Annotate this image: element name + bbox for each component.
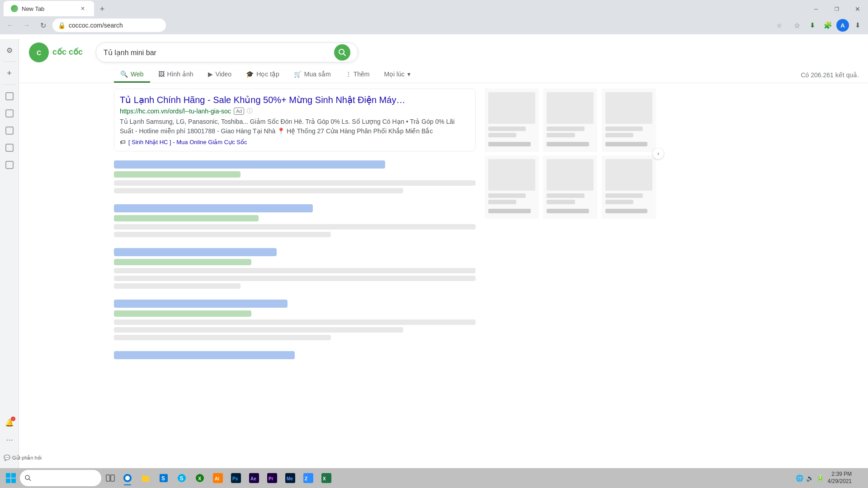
- ad-result: Tủ Lạnh Chính Hãng - Sale Khủng 50%+ Mừn…: [114, 89, 476, 151]
- download-arrow-button[interactable]: ⬇: [851, 19, 864, 32]
- taskbar-me-app[interactable]: Me: [282, 470, 298, 486]
- search-header: C cốc cốc: [19, 34, 868, 63]
- tab-hoctap[interactable]: 🎓 Học tập: [240, 67, 286, 83]
- new-tab-button[interactable]: +: [96, 3, 108, 15]
- bookmark-star-button[interactable]: ☆: [790, 19, 804, 32]
- taskview-button[interactable]: [103, 471, 118, 485]
- taskbar-ps-app[interactable]: Ps: [228, 470, 244, 486]
- taskbar-pr-app[interactable]: Pr: [264, 470, 280, 486]
- sidebar: ⚙ +: [0, 39, 19, 468]
- sidebar-add-item[interactable]: +: [2, 66, 17, 81]
- search-input[interactable]: [104, 48, 334, 56]
- taskbar-excel-app[interactable]: X: [318, 470, 335, 486]
- right-card-1[interactable]: [485, 89, 539, 152]
- minimize-button[interactable]: ─: [806, 2, 826, 16]
- tab-close-button[interactable]: ✕: [79, 5, 87, 13]
- network-icon[interactable]: 🌐: [796, 474, 803, 482]
- close-window-button[interactable]: ✕: [847, 2, 868, 16]
- download-button[interactable]: ⬇: [806, 19, 819, 32]
- right-card-img-2: [547, 92, 594, 124]
- right-panel-wrapper: ›: [485, 89, 656, 219]
- taskbar-ae-app[interactable]: Ae: [246, 470, 262, 486]
- right-card-img-6: [605, 159, 652, 191]
- skeleton-result-3: [114, 248, 476, 289]
- more-options-button[interactable]: ⋯: [2, 432, 17, 447]
- browser-actions: ☆ ⬇ 🧩 A ⬇: [790, 19, 864, 32]
- ad-info-icon[interactable]: ⓘ: [247, 107, 253, 115]
- volume-icon[interactable]: 🔊: [806, 474, 814, 482]
- sidebar-item-3[interactable]: [2, 123, 17, 138]
- reload-button[interactable]: ↻: [36, 19, 50, 32]
- tab-them[interactable]: ⋮ Thêm: [339, 67, 376, 83]
- svg-rect-12: [6, 479, 10, 483]
- taskbar-xbox-app[interactable]: X: [192, 470, 208, 486]
- right-card-3[interactable]: [602, 89, 656, 152]
- skeleton-title-5: [114, 351, 295, 359]
- tab-web[interactable]: 🔍 Web: [114, 67, 150, 83]
- ad-title-link[interactable]: Tủ Lạnh Chính Hãng - Sale Khủng 50%+ Mừn…: [120, 94, 470, 105]
- tab-web-label: Web: [131, 70, 144, 78]
- sidebar-settings-item[interactable]: ⚙: [2, 42, 17, 58]
- tab-images[interactable]: 🖼 Hình ảnh: [152, 67, 200, 83]
- extensions-button[interactable]: 🧩: [821, 19, 835, 32]
- taskbar-zoom-app[interactable]: Z: [300, 470, 316, 486]
- ad-link-1[interactable]: [ Sinh Nhật HC ] - Mua Online Giảm Cực S…: [128, 139, 247, 145]
- taskbar-store-app[interactable]: S: [156, 470, 172, 486]
- svg-line-9: [344, 54, 346, 56]
- back-button[interactable]: ←: [4, 19, 17, 32]
- svg-text:S: S: [180, 475, 184, 482]
- search-submit-button[interactable]: [334, 44, 350, 61]
- forward-button[interactable]: →: [20, 19, 33, 32]
- tab-muasam[interactable]: 🛒 Mua sắm: [288, 67, 337, 83]
- browser-tab-active[interactable]: New Tab ✕: [4, 1, 94, 16]
- svg-rect-16: [106, 475, 110, 481]
- taskbar-files-app[interactable]: [137, 470, 154, 486]
- system-icons: 🌐 🔊 🔋: [796, 474, 824, 482]
- right-results-wrapper: ›: [485, 89, 656, 370]
- taskbar-skype-app[interactable]: S: [174, 470, 190, 486]
- right-card-6[interactable]: [602, 155, 656, 219]
- right-card-4[interactable]: [485, 155, 539, 219]
- right-card-2[interactable]: [543, 89, 597, 152]
- tab-moiluc[interactable]: Mọi lúc ▾: [377, 67, 417, 83]
- sidebar-item-1[interactable]: [2, 89, 17, 104]
- taskbar-clock[interactable]: 2:39 PM 4/29/2021: [828, 471, 852, 485]
- coccoc-logo-svg: C: [28, 42, 50, 63]
- web-icon: 🔍: [120, 70, 128, 78]
- right-panel-chevron-button[interactable]: ›: [653, 148, 664, 159]
- profile-avatar-button[interactable]: A: [836, 19, 849, 32]
- skeleton-title-1: [114, 160, 385, 169]
- svg-rect-11: [11, 473, 16, 478]
- right-card-5[interactable]: [543, 155, 597, 219]
- taskbar-ai-app[interactable]: Ai: [210, 470, 226, 486]
- taskbar-time-value: 2:39 PM: [828, 471, 852, 478]
- skeleton-result-4: [114, 300, 476, 340]
- taskbar-edge-app[interactable]: [119, 470, 136, 486]
- svg-rect-18: [142, 477, 149, 481]
- svg-rect-1: [6, 110, 13, 117]
- start-button[interactable]: [4, 471, 18, 485]
- sidebar-item-5[interactable]: [2, 157, 17, 173]
- right-card-line-5a: [547, 193, 584, 198]
- restore-button[interactable]: ❐: [826, 2, 847, 16]
- notification-bell-button[interactable]: 🔔 !: [2, 415, 17, 430]
- right-card-img-4: [488, 159, 535, 191]
- skeleton-line-3c: [114, 283, 241, 289]
- bookmark-icon[interactable]: ☆: [775, 21, 784, 30]
- sidebar-item-2[interactable]: [2, 106, 17, 121]
- tab-video[interactable]: ▶ Video: [202, 67, 238, 83]
- address-input[interactable]: [52, 19, 166, 32]
- battery-icon[interactable]: 🔋: [816, 474, 824, 482]
- sidebar-item-4[interactable]: [2, 140, 17, 155]
- taskbar-search-button[interactable]: [20, 470, 101, 486]
- feedback-button[interactable]: 💬 Gửi phản hồi: [1, 453, 44, 463]
- address-bar-row: ← → ↻ 🔒 ☆ ☆ ⬇ 🧩 A ⬇: [0, 16, 868, 34]
- right-panel: [485, 89, 656, 219]
- files-icon: [141, 473, 151, 483]
- skeleton-line-2a: [114, 224, 476, 230]
- svg-rect-10: [6, 473, 10, 478]
- coccoc-logo[interactable]: C cốc cốc: [28, 42, 89, 63]
- premiere-icon: Pr: [267, 473, 277, 483]
- svg-rect-13: [11, 479, 16, 483]
- taskbar-system-tray: 🌐 🔊 🔋 2:39 PM 4/29/2021: [796, 471, 864, 485]
